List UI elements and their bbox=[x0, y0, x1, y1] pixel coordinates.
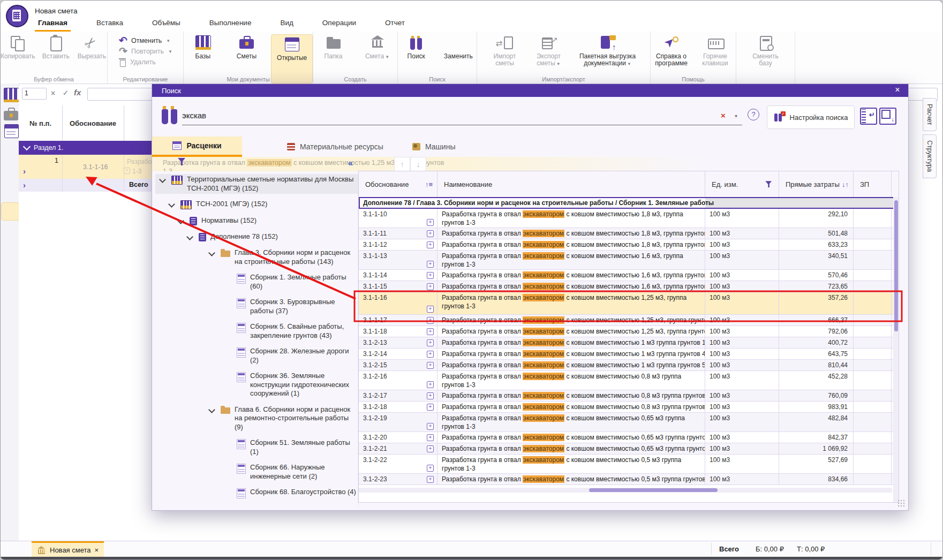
tab-Материальные ресурсы[interactable]: Материальные ресурсы bbox=[287, 137, 399, 157]
section-collapse-icon[interactable] bbox=[23, 143, 31, 150]
table-row-3.1-2-18[interactable]: 3.1-2-18+Разработка грунта в отвал экска… bbox=[359, 402, 899, 413]
search-help-icon[interactable]: ? bbox=[748, 109, 759, 120]
search-settings-button[interactable]: ✓ Настройка поиска bbox=[767, 105, 855, 129]
row-number-input[interactable]: 1 bbox=[22, 88, 47, 100]
tab-Машины[interactable]: Машины bbox=[412, 137, 477, 157]
table-row-3.1-2-14[interactable]: 3.1-2-14+Разработка грунта в отвал экска… bbox=[359, 349, 899, 360]
next-result-button[interactable]: ↓ bbox=[410, 157, 426, 172]
sort-ascending-icon[interactable]: ↑≡ bbox=[425, 180, 433, 188]
expand-plus-icon[interactable]: + bbox=[427, 283, 434, 290]
expand-plus-icon[interactable]: + bbox=[427, 261, 434, 268]
row-plus-icon[interactable]: + bbox=[124, 168, 130, 174]
filter-icon[interactable] bbox=[765, 181, 773, 188]
expand-plus-icon[interactable]: + bbox=[427, 241, 434, 248]
table-row-3.1-1-16[interactable]: 3.1-1-16+Разработка грунта в отвал экска… bbox=[359, 292, 899, 315]
dock-panel-icon[interactable] bbox=[860, 108, 877, 125]
expand-plus-icon[interactable]: + bbox=[427, 230, 434, 237]
dialog-close-icon[interactable]: × bbox=[892, 85, 903, 95]
ribbon-tab-Операции[interactable]: Операции bbox=[319, 17, 359, 32]
dialog-title-bar[interactable]: Поиск bbox=[152, 84, 908, 97]
document-tab-close-icon[interactable]: × bbox=[95, 546, 99, 554]
dropdown-arrow-icon[interactable]: ▼ bbox=[385, 55, 389, 59]
tree-item[interactable]: Сборник 5. Свайные работы, закрепление г… bbox=[155, 321, 358, 341]
tree-item[interactable]: Сборник 69. Прочие ремонтно-строительные… bbox=[155, 504, 358, 506]
sort-icon[interactable]: ↓↑ bbox=[842, 180, 849, 188]
dropdown-arrow-icon[interactable]: ▼ bbox=[556, 62, 561, 66]
tree-item[interactable]: Сборник 68. Благоустройство (4) bbox=[155, 487, 358, 500]
column-header-ЗП[interactable]: ЗП bbox=[854, 171, 892, 197]
dialog-resize-grip[interactable] bbox=[897, 500, 905, 507]
table-row-3.1-2-17[interactable]: 3.1-2-17+Разработка грунта в отвал экска… bbox=[359, 390, 899, 402]
vertical-scrollbar[interactable] bbox=[893, 197, 899, 502]
table-row-3.1-2-15[interactable]: 3.1-2-15+Разработка грунта в отвал экска… bbox=[359, 360, 899, 371]
tree-filter-icon[interactable] bbox=[178, 158, 186, 167]
tree-item[interactable]: Глава 3. Сборники норм и расценок на стр… bbox=[155, 247, 358, 267]
expand-plus-icon[interactable]: + bbox=[427, 404, 434, 411]
table-row-3.1-1-13[interactable]: 3.1-1-13+Разработка грунта в отвал экска… bbox=[359, 251, 899, 270]
expand-plus-icon[interactable]: + bbox=[427, 445, 434, 452]
chevron-down-icon[interactable] bbox=[160, 177, 165, 183]
horizontal-scrollbar[interactable] bbox=[359, 488, 892, 493]
tree-item[interactable]: Сборник 3. Буровзрывные работы (37) bbox=[155, 297, 358, 316]
column-header-Ед. изм.[interactable]: Ед. изм. bbox=[705, 171, 779, 197]
chevron-down-icon[interactable] bbox=[209, 407, 215, 413]
table-group-row[interactable]: Дополнение 78 / Глава 3. Сборники норм и… bbox=[359, 197, 899, 209]
tree-item[interactable]: Глава 6. Сборники норм и расценок на рем… bbox=[155, 404, 358, 433]
side-tab-calculation[interactable]: Расчет bbox=[923, 98, 937, 131]
expand-plus-icon[interactable]: + bbox=[427, 392, 434, 399]
prev-result-button[interactable]: ↑ bbox=[394, 157, 410, 172]
mode-opened-button[interactable] bbox=[2, 123, 17, 137]
toolbar-button-Сменить базу[interactable]: Сменить базу bbox=[746, 34, 785, 84]
table-row-3.1-1-18[interactable]: 3.1-1-18+Разработка грунта в отвал экска… bbox=[359, 326, 899, 337]
ribbon-tab-Выполнение[interactable]: Выполнение bbox=[206, 17, 255, 32]
table-row-3.1-1-11[interactable]: 3.1-1-11+Разработка грунта в отвал экска… bbox=[359, 228, 899, 239]
expand-plus-icon[interactable]: + bbox=[427, 351, 434, 358]
chevron-down-icon[interactable] bbox=[178, 218, 184, 224]
search-clear-icon[interactable]: × bbox=[721, 111, 726, 120]
table-row-3.1-2-23[interactable]: 3.1-2-23+Разработка грунта в отвал экска… bbox=[359, 474, 899, 485]
ribbon-tab-Отчет[interactable]: Отчет bbox=[382, 17, 408, 32]
search-history-dropdown-icon[interactable]: ▾ bbox=[735, 113, 737, 119]
mode-estimates-button[interactable] bbox=[2, 106, 17, 120]
document-tab[interactable]: Новая смета × bbox=[32, 541, 104, 557]
expand-plus-icon[interactable]: + bbox=[427, 328, 434, 335]
tree-item[interactable]: Сборник 28. Железные дороги (2) bbox=[155, 346, 358, 366]
expand-plus-icon[interactable]: + bbox=[427, 465, 434, 472]
confirm-entry-icon[interactable]: ✓ bbox=[63, 89, 69, 97]
new-window-icon[interactable] bbox=[879, 108, 896, 125]
expand-plus-icon[interactable]: + bbox=[427, 317, 434, 324]
tree-item[interactable]: ТСН-2001 (МГЭ) (152) bbox=[155, 199, 358, 210]
tree-item[interactable]: Территориальные сметные нормативы для Мо… bbox=[155, 174, 358, 194]
table-row-3.1-2-20[interactable]: 3.1-2-20+Разработка грунта в отвал экска… bbox=[359, 432, 899, 443]
column-header-Наименование[interactable]: Наименование bbox=[437, 171, 705, 197]
collapse-panel-icon[interactable]: « bbox=[348, 158, 353, 168]
chevron-down-icon[interactable] bbox=[187, 234, 193, 240]
table-row-3.1-2-19[interactable]: 3.1-2-19+Разработка грунта в отвал экска… bbox=[359, 413, 899, 432]
table-row-3.1-2-22[interactable]: 3.1-2-22+Разработка грунта в отвал экска… bbox=[359, 455, 899, 474]
expand-plus-icon[interactable]: + bbox=[427, 272, 434, 279]
table-row-3.1-2-13[interactable]: 3.1-2-13+Разработка грунта в отвал экска… bbox=[359, 337, 899, 349]
tree-item[interactable]: Сборник 66. Наружные инженерные сети (2) bbox=[155, 462, 358, 482]
expand-plus-icon[interactable]: + bbox=[427, 362, 434, 369]
ribbon-tab-Вставка[interactable]: Вставка bbox=[93, 17, 126, 32]
chevron-down-icon[interactable] bbox=[209, 250, 215, 256]
expand-plus-icon[interactable]: + bbox=[427, 219, 434, 226]
table-row-3.1-1-15[interactable]: 3.1-1-15+Разработка грунта в отвал экска… bbox=[359, 281, 899, 292]
column-header-Обоснование[interactable]: Обоснование↑≡ bbox=[359, 171, 437, 197]
tree-item[interactable]: Сборник 36. Земляные конструкции гидроте… bbox=[155, 370, 358, 399]
cancel-entry-icon[interactable]: × bbox=[51, 89, 55, 97]
table-row-3.1-1-17[interactable]: 3.1-1-17+Разработка грунта в отвал экска… bbox=[359, 315, 899, 326]
toolbar-button-Удалить[interactable]: Удалить bbox=[118, 58, 172, 66]
ribbon-tab-Вид[interactable]: Вид bbox=[277, 17, 296, 32]
table-row-3.1-2-21[interactable]: 3.1-2-21+Разработка грунта в отвал экска… bbox=[359, 443, 899, 455]
table-row-3.1-1-12[interactable]: 3.1-1-12+Разработка грунта в отвал экска… bbox=[359, 239, 899, 251]
ribbon-tab-Главная[interactable]: Главная bbox=[35, 17, 71, 32]
dropdown-arrow-icon[interactable]: ▼ bbox=[168, 49, 172, 54]
expand-plus-icon[interactable]: + bbox=[427, 381, 434, 388]
column-header-Прямые затраты[interactable]: Прямые затраты↓↑ bbox=[779, 171, 854, 197]
tab-Расценки[interactable]: Расценки bbox=[152, 137, 242, 157]
table-row-3.1-2-16[interactable]: 3.1-2-16+Разработка грунта в отвал экска… bbox=[359, 371, 899, 390]
ribbon-tab-Объёмы[interactable]: Объёмы bbox=[149, 17, 184, 32]
tree-item[interactable]: Дополнение 78 (152) bbox=[155, 231, 358, 243]
expand-plus-icon[interactable]: + bbox=[427, 306, 434, 313]
